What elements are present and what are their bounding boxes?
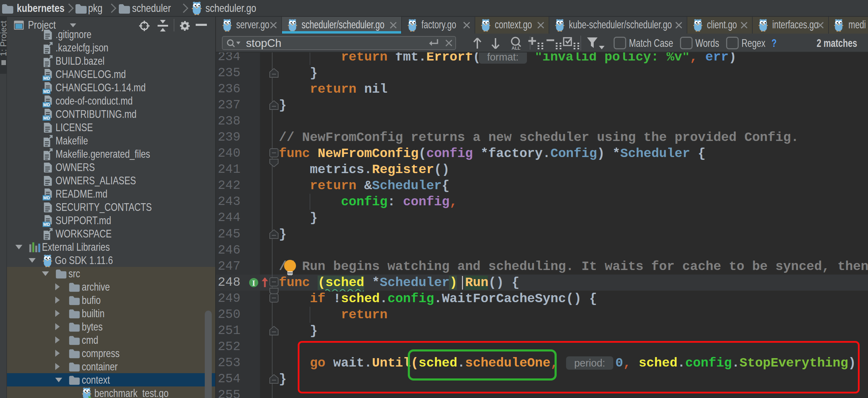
svg-text:ALL: ALL (512, 45, 520, 50)
svg-text:I: I (252, 278, 255, 287)
